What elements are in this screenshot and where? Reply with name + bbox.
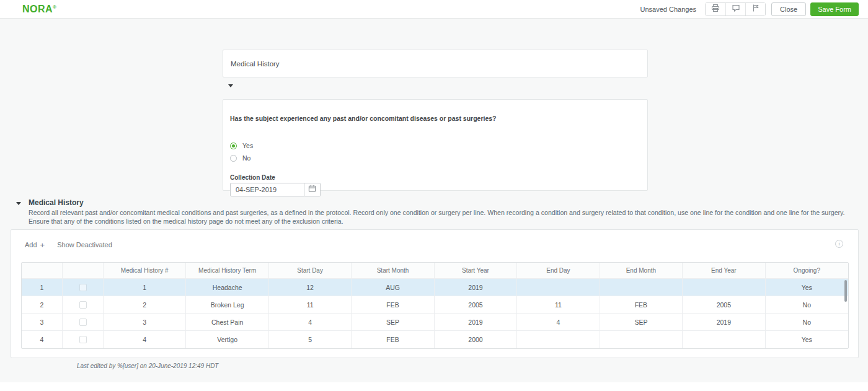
cell-start-year[interactable]: 2019 — [435, 314, 517, 331]
radio-button-icon — [230, 143, 237, 149]
last-edited-note: Last edited by %[user] on 20-June-2019 1… — [77, 362, 218, 369]
cell-ongoing[interactable]: Yes — [766, 279, 848, 296]
calendar-icon — [308, 185, 316, 195]
cell-mh-term[interactable]: Vertigo — [186, 331, 268, 348]
row-checkbox[interactable] — [79, 301, 87, 309]
radio-option-yes[interactable]: Yes — [230, 142, 253, 149]
flag-icon — [751, 4, 760, 14]
cell-start-month[interactable]: AUG — [352, 279, 434, 296]
collapse-caret-icon[interactable] — [228, 84, 233, 87]
cell-end-year[interactable] — [683, 279, 765, 296]
radio-button-icon — [230, 155, 237, 162]
comment-icon — [732, 4, 740, 14]
column-header — [63, 263, 104, 279]
row-checkbox[interactable] — [79, 284, 87, 291]
cell-end-day[interactable] — [517, 279, 600, 296]
question-label: Has the subject experienced any past and… — [230, 115, 496, 122]
column-header: End Day — [517, 263, 600, 279]
cell-end-year[interactable]: 2019 — [683, 314, 765, 331]
comment-button[interactable] — [725, 3, 745, 15]
row-select-cell — [63, 296, 104, 314]
cell-end-day[interactable]: 4 — [517, 314, 600, 331]
column-header: Medical History Term — [186, 263, 268, 279]
cell-mh-term[interactable]: Broken Leg — [186, 296, 268, 314]
form-title-card: Medical History — [223, 50, 648, 77]
row-select-cell — [63, 279, 104, 296]
section-description: Record all relevant past and/or concomit… — [29, 208, 865, 226]
cell-start-year[interactable]: 2005 — [435, 296, 517, 314]
cell-end-month[interactable]: SEP — [600, 314, 683, 331]
cell-start-day[interactable]: 4 — [269, 314, 352, 331]
cell-start-day[interactable]: 11 — [269, 296, 352, 314]
printer-icon — [711, 4, 720, 14]
medical-history-table: Medical History #Medical History TermSta… — [21, 262, 849, 349]
plus-icon: + — [40, 242, 45, 248]
cell-mh-number[interactable]: 4 — [104, 331, 186, 348]
save-form-button[interactable]: Save Form — [810, 2, 859, 16]
radio-option-label: No — [242, 154, 250, 162]
collection-date-group — [230, 183, 321, 196]
cell-ongoing[interactable]: No — [766, 314, 848, 331]
add-label: Add — [25, 241, 37, 248]
cell-mh-number[interactable]: 1 — [104, 279, 186, 296]
section-title: Medical History — [29, 198, 84, 207]
form-actions-icon-group — [705, 2, 766, 16]
top-bar: NORA® Unsaved Changes Close Save Form — [0, 0, 868, 19]
collection-date-input[interactable] — [230, 183, 304, 196]
table-row: 11Headache12AUG2019Yes — [22, 279, 848, 296]
close-button[interactable]: Close — [771, 2, 806, 16]
column-header: Start Year — [435, 263, 517, 279]
section-collapse-caret-icon[interactable] — [16, 202, 21, 205]
flag-button[interactable] — [745, 3, 765, 15]
add-row-button[interactable]: Add + — [25, 241, 45, 248]
cell-start-day[interactable]: 12 — [269, 279, 352, 296]
radio-option-label: Yes — [242, 142, 253, 149]
column-header — [22, 263, 63, 279]
row-number-cell: 2 — [22, 296, 63, 314]
cell-end-day[interactable] — [517, 331, 600, 348]
print-button[interactable] — [706, 3, 725, 15]
cell-mh-number[interactable]: 3 — [104, 314, 186, 331]
row-checkbox[interactable] — [79, 319, 87, 326]
info-icon[interactable]: i — [835, 240, 843, 248]
cell-mh-number[interactable]: 2 — [104, 296, 186, 314]
registered-mark: ® — [53, 4, 56, 10]
cell-mh-term[interactable]: Chest Pain — [186, 314, 268, 331]
row-number-cell: 1 — [22, 279, 63, 296]
cell-start-year[interactable]: 2019 — [435, 279, 517, 296]
table-body: 11Headache12AUG2019Yes22Broken Leg11FEB2… — [22, 279, 848, 348]
row-checkbox[interactable] — [79, 336, 87, 343]
column-header: Medical History # — [104, 263, 186, 279]
collection-date-label: Collection Date — [230, 174, 275, 181]
cell-start-month[interactable]: FEB — [352, 296, 434, 314]
question-card: Has the subject experienced any past and… — [223, 99, 648, 191]
table-row: 33Chest Pain4SEP20194SEP2019No — [22, 314, 848, 331]
show-deactivated-link[interactable]: Show Deactivated — [57, 241, 112, 248]
cell-end-year[interactable] — [683, 331, 765, 348]
unsaved-changes-status: Unsaved Changes — [640, 6, 697, 13]
cell-ongoing[interactable]: Yes — [766, 331, 848, 348]
cell-start-month[interactable]: FEB — [352, 331, 434, 348]
cell-start-month[interactable]: SEP — [352, 314, 434, 331]
cell-end-day[interactable]: 11 — [517, 296, 600, 314]
calendar-picker-button[interactable] — [304, 183, 321, 196]
nora-logo: NORA® — [22, 4, 57, 15]
cell-end-month[interactable] — [600, 331, 683, 348]
cell-mh-term[interactable]: Headache — [186, 279, 268, 296]
column-header: Start Month — [352, 263, 434, 279]
radio-option-no[interactable]: No — [230, 154, 250, 162]
medical-history-panel: Add + Show Deactivated i Medical History… — [11, 229, 859, 358]
cell-start-day[interactable]: 5 — [269, 331, 352, 348]
row-number-cell: 4 — [22, 331, 63, 348]
column-header: End Month — [600, 263, 683, 279]
cell-start-year[interactable]: 2000 — [435, 331, 517, 348]
cell-end-month[interactable]: FEB — [600, 296, 683, 314]
cell-ongoing[interactable]: No — [766, 296, 848, 314]
column-header: End Year — [683, 263, 765, 279]
table-scrollbar-thumb[interactable] — [844, 280, 847, 302]
table-header: Medical History #Medical History TermSta… — [22, 263, 848, 279]
column-header: Ongoing? — [766, 263, 848, 279]
form-title: Medical History — [231, 60, 280, 68]
cell-end-year[interactable]: 2005 — [683, 296, 765, 314]
cell-end-month[interactable] — [600, 279, 683, 296]
